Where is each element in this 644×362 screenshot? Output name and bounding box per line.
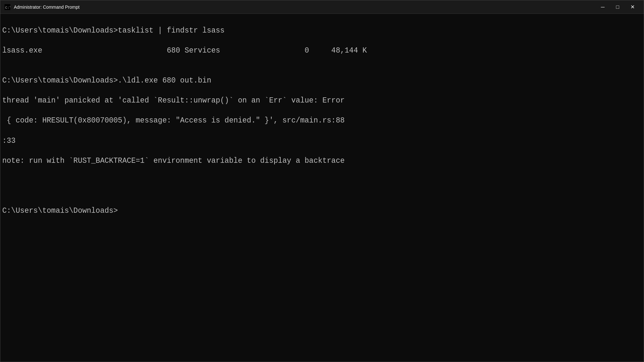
terminal-output[interactable]: C:\Users\tomais\Downloads>tasklist | fin… bbox=[0, 14, 644, 362]
terminal-line-7: :33 bbox=[2, 136, 642, 146]
terminal-line-1: C:\Users\tomais\Downloads>tasklist | fin… bbox=[2, 26, 642, 36]
maximize-button[interactable]: □ bbox=[610, 2, 625, 12]
terminal-line-5: thread 'main' panicked at 'called `Resul… bbox=[2, 96, 642, 106]
window-title: Administrator: Command Prompt bbox=[14, 5, 595, 10]
terminal-line-6: { code: HRESULT(0x80070005), message: "A… bbox=[2, 116, 642, 126]
terminal-prompt: C:\Users\tomais\Downloads> bbox=[2, 206, 642, 216]
minimize-button[interactable]: ─ bbox=[595, 2, 610, 12]
svg-text:C:\: C:\ bbox=[5, 6, 10, 10]
cmd-window: C:\ Administrator: Command Prompt ─ □ ✕ … bbox=[0, 0, 644, 362]
close-button[interactable]: ✕ bbox=[625, 2, 640, 12]
window-controls: ─ □ ✕ bbox=[595, 2, 640, 12]
cmd-icon: C:\ bbox=[4, 4, 11, 10]
terminal-line-4: C:\Users\tomais\Downloads>.\ldl.exe 680 … bbox=[2, 76, 642, 86]
terminal-line-8: note: run with `RUST_BACKTRACE=1` enviro… bbox=[2, 156, 642, 166]
title-bar: C:\ Administrator: Command Prompt ─ □ ✕ bbox=[0, 0, 644, 14]
terminal-line-2: lsass.exe 680 Services 0 48,144 K bbox=[2, 46, 642, 56]
